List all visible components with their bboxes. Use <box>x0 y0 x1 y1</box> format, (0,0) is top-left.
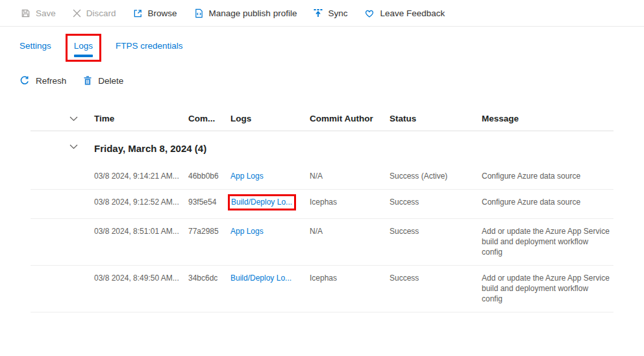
cell-commit: 93f5e54 <box>188 197 230 207</box>
sync-button[interactable]: Sync <box>305 0 356 26</box>
cell-commit-author: N/A <box>310 171 390 181</box>
refresh-icon <box>19 75 30 86</box>
app-logs-link[interactable]: App Logs <box>230 172 264 181</box>
cell-time: 03/8 2024, 9:14:21 AM... <box>94 171 188 181</box>
cell-message: Configure Azure data source <box>482 197 613 207</box>
discard-button[interactable]: Discard <box>64 0 125 26</box>
tab-ftps-credentials[interactable]: FTPS credentials <box>114 33 184 58</box>
cell-time: 03/8 2024, 8:51:01 AM... <box>94 226 188 236</box>
delete-button[interactable]: Delete <box>83 73 131 88</box>
cell-status: Success <box>390 273 482 283</box>
table-row[interactable]: 03/8 2024, 8:51:01 AM... 77a2985 App Log… <box>31 219 613 266</box>
discard-label: Discard <box>86 8 116 18</box>
table-row[interactable]: 03/8 2024, 9:12:52 AM... 93f5e54 Build/D… <box>31 190 613 219</box>
date-group-row: Friday, March 8, 2024 (4) <box>31 131 613 164</box>
tab-bar: Settings Logs FTPS credentials <box>0 27 644 64</box>
tab-logs[interactable]: Logs <box>74 41 93 57</box>
refresh-button[interactable]: Refresh <box>19 73 74 88</box>
cell-message: Add or update the Azure App Service buil… <box>482 226 613 257</box>
save-label: Save <box>36 8 56 18</box>
collapse-all-chevron-icon[interactable] <box>68 115 94 123</box>
delete-icon <box>83 75 92 86</box>
col-header-logs: Logs <box>230 114 310 123</box>
table-row[interactable]: 03/8 2024, 8:49:50 AM... 34bc6dc Build/D… <box>31 266 613 312</box>
col-header-time: Time <box>94 114 188 123</box>
cell-time: 03/8 2024, 9:12:52 AM... <box>94 197 188 207</box>
cell-commit-author: N/A <box>310 226 390 236</box>
tab-logs-label: Logs <box>74 41 93 51</box>
browse-button[interactable]: Browse <box>125 0 186 26</box>
manage-publish-profile-button[interactable]: Manage publish profile <box>186 0 306 26</box>
group-chevron-icon[interactable] <box>68 143 94 151</box>
browse-label: Browse <box>148 8 177 18</box>
leave-feedback-button[interactable]: Leave Feedback <box>356 0 453 26</box>
cell-commit: 46bb0b6 <box>188 171 230 181</box>
build-deploy-logs-link[interactable]: Build/Deploy Lo... <box>231 197 292 207</box>
annotation-box-build-deploy-link: Build/Deploy Lo... <box>228 194 296 210</box>
refresh-label: Refresh <box>36 76 66 86</box>
cell-status: Success <box>390 197 482 207</box>
tab-settings[interactable]: Settings <box>18 33 53 58</box>
cell-time: 03/8 2024, 8:49:50 AM... <box>94 273 188 283</box>
active-tab-underline <box>74 55 93 57</box>
manage-publish-profile-label: Manage publish profile <box>209 8 297 18</box>
cell-message: Add or update the Azure App Service buil… <box>482 273 613 304</box>
app-logs-link[interactable]: App Logs <box>230 227 264 236</box>
tab-ftps-credentials-label: FTPS credentials <box>116 41 183 51</box>
col-header-commit-author: Commit Author <box>310 114 390 123</box>
cell-status: Success <box>390 226 482 236</box>
heart-icon <box>364 8 375 18</box>
leave-feedback-label: Leave Feedback <box>380 8 445 18</box>
build-deploy-logs-link[interactable]: Build/Deploy Lo... <box>230 273 291 283</box>
delete-label: Delete <box>98 76 123 86</box>
cell-message: Configure Azure data source <box>482 171 613 181</box>
col-header-message: Message <box>482 114 613 123</box>
deployment-logs-table: Time Com... Logs Commit Author Status Me… <box>31 107 613 312</box>
sync-icon <box>314 8 323 18</box>
date-group-label: Friday, March 8, 2024 (4) <box>94 143 613 154</box>
tab-settings-label: Settings <box>19 41 51 51</box>
cell-commit-author: Icephas <box>310 197 390 207</box>
table-row[interactable]: 03/8 2024, 9:14:21 AM... 46bb0b6 App Log… <box>31 164 613 190</box>
cell-status: Success (Active) <box>390 171 482 181</box>
table-header-row: Time Com... Logs Commit Author Status Me… <box>31 107 613 131</box>
cell-commit: 77a2985 <box>188 226 230 236</box>
sync-label: Sync <box>328 8 347 18</box>
annotation-box-logs-tab: Logs <box>66 34 101 62</box>
col-header-status: Status <box>390 114 482 123</box>
publish-profile-icon <box>194 8 204 18</box>
save-button[interactable]: Save <box>21 0 64 26</box>
cell-commit: 34bc6dc <box>188 273 230 283</box>
discard-icon <box>73 9 81 18</box>
save-icon <box>21 8 31 18</box>
cell-commit-author: Icephas <box>310 273 390 283</box>
browse-icon <box>133 8 143 18</box>
col-header-commit: Com... <box>188 114 230 123</box>
logs-command-bar: Refresh Delete <box>0 64 644 95</box>
toolbar: Save Discard Browse Manage publish profi… <box>0 0 644 27</box>
